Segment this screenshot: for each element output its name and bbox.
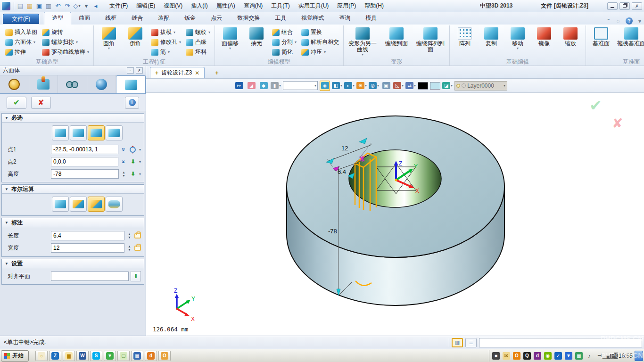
- feiq-icon[interactable]: d: [145, 351, 157, 361]
- view-orientation-icon[interactable]: ◧▾: [332, 81, 342, 91]
- box-type-corner-point[interactable]: [52, 125, 69, 140]
- notes-icon[interactable]: ▢: [117, 351, 130, 361]
- menu-属性(A)[interactable]: 属性(A): [212, 0, 239, 12]
- ribbon-item-divide[interactable]: 分割▾: [271, 37, 298, 47]
- exit-icon[interactable]: ↦: [234, 81, 244, 91]
- lock-icon[interactable]: [134, 246, 141, 251]
- volume-tray-icon[interactable]: ♪: [586, 352, 593, 360]
- new-tab-button[interactable]: +: [211, 70, 222, 78]
- height-dropdown-icon[interactable]: ▾: [139, 172, 141, 176]
- manipulator-tab[interactable]: [29, 75, 58, 93]
- outlook-tray-icon[interactable]: O: [513, 352, 520, 360]
- ribbon-item-move[interactable]: 移动▾: [505, 26, 530, 52]
- box-type-center-height[interactable]: [106, 125, 123, 140]
- tab-工具[interactable]: 工具: [267, 12, 294, 25]
- history-tab[interactable]: [0, 75, 29, 93]
- ribbon-item-extrude[interactable]: 拉伸: [4, 47, 39, 57]
- tab-钣金[interactable]: 钣金: [177, 12, 203, 25]
- menu-帮助(H)[interactable]: 帮助(H): [360, 0, 388, 12]
- zw3d-taskbar-icon[interactable]: Z: [49, 351, 61, 361]
- shape-tab[interactable]: [116, 75, 146, 93]
- ribbon-item-insert-sketch[interactable]: 插入草图: [4, 27, 39, 37]
- align-plane-icon[interactable]: ◈: [320, 81, 330, 91]
- shield-tray-icon[interactable]: ▼: [565, 352, 572, 360]
- folder-icon[interactable]: ▆: [63, 351, 75, 361]
- ribbon-item-stock[interactable]: 坯料: [184, 47, 212, 57]
- link-manager-icon[interactable]: ⇄▾: [405, 81, 416, 91]
- apply-value-icon[interactable]: ⬇: [129, 170, 137, 178]
- tab-线框[interactable]: 线框: [98, 12, 124, 25]
- calculator-icon[interactable]: ▦: [131, 351, 143, 361]
- ribbon-item-wrap-to-face[interactable]: 缠绕到面: [380, 26, 413, 48]
- tab-数据交换[interactable]: 数据交换: [230, 12, 267, 25]
- tab-视觉样式[interactable]: 视觉样式: [294, 12, 331, 25]
- layer-combo[interactable]: Layer0000▾: [454, 81, 507, 90]
- tab-装配[interactable]: 装配: [150, 12, 177, 25]
- ribbon-item-combine[interactable]: 组合: [271, 27, 298, 37]
- tab-造型[interactable]: 造型: [44, 12, 71, 25]
- show-desktop-button[interactable]: [635, 351, 643, 361]
- menu-工具(T)[interactable]: 工具(T): [267, 0, 294, 12]
- ribbon-item-resolve-self-intersection[interactable]: 解析自相交: [300, 37, 340, 47]
- ribbon-item-draft[interactable]: 拔模▾: [149, 27, 182, 37]
- new-doc-icon[interactable]: ▤: [16, 1, 25, 11]
- render-tab[interactable]: [87, 75, 116, 93]
- length-input[interactable]: [51, 231, 124, 240]
- tab-模具[interactable]: 模具: [358, 12, 384, 25]
- undo-icon[interactable]: ↶: [53, 1, 63, 11]
- apply-value-icon[interactable]: ⬇: [129, 157, 137, 166]
- recorder-tray-icon[interactable]: ■: [492, 352, 500, 360]
- expand-chevron-icon[interactable]: »: [120, 146, 127, 153]
- search-icon[interactable]: ◌: [617, 18, 620, 25]
- tab-查询[interactable]: 查询: [331, 12, 358, 25]
- ribbon-item-copy[interactable]: 复制: [479, 26, 504, 48]
- blank-part-icon[interactable]: ◆: [258, 81, 269, 91]
- ribbon-item-wrap-array-to-face[interactable]: 缠绕阵列到面: [414, 26, 446, 54]
- ok-button[interactable]: ✔: [7, 97, 26, 109]
- panel-close-icon[interactable]: ✗: [136, 67, 143, 74]
- download-icon[interactable]: ▼: [104, 351, 116, 361]
- thunder-tray-icon[interactable]: ✓: [554, 352, 562, 360]
- screenshot-tool-icon[interactable]: ☼: [35, 351, 48, 361]
- save-icon[interactable]: ▣: [34, 1, 44, 11]
- ribbon-item-face-offset[interactable]: 面偏移▾: [218, 26, 242, 52]
- close-button[interactable]: ✗: [632, 2, 642, 10]
- point1-input[interactable]: [51, 145, 118, 154]
- collapse-triangle-icon[interactable]: ▼: [5, 187, 8, 191]
- width-input[interactable]: [51, 243, 124, 253]
- menu-插入(I)[interactable]: 插入(I): [187, 0, 212, 12]
- document-tab[interactable]: + 齿轮设计.Z3 ✕: [150, 67, 205, 78]
- ghost-cancel-icon[interactable]: ✘: [612, 116, 623, 131]
- word-icon[interactable]: W: [76, 351, 89, 361]
- layer-visibility-icon[interactable]: [456, 84, 460, 88]
- 3d-viewport[interactable]: Z Y X 12: [146, 93, 644, 336]
- ribbon-item-mirror[interactable]: 镜像: [532, 26, 556, 48]
- mail-tray-icon[interactable]: ✉: [503, 352, 510, 360]
- ribbon-item-fillet[interactable]: 圆角▾: [97, 26, 121, 52]
- ribbon-item-simplify[interactable]: 简化: [271, 47, 298, 57]
- collapse-ribbon-icon[interactable]: ⌃: [606, 18, 611, 25]
- tab-close-icon[interactable]: ✕: [195, 70, 199, 76]
- skype-icon[interactable]: S: [90, 351, 102, 361]
- start-button[interactable]: 开始: [1, 350, 29, 362]
- ribbon-item-modify-hole[interactable]: 修改孔▾: [149, 37, 182, 47]
- filter-icon[interactable]: ▮▾: [271, 81, 281, 91]
- ribbon-item-scale[interactable]: 缩放: [558, 26, 583, 48]
- collapse-left-icon[interactable]: ◂: [91, 1, 100, 11]
- collapse-triangle-icon[interactable]: ▼: [5, 116, 8, 120]
- tab-点云[interactable]: 点云: [203, 12, 230, 25]
- menu-编辑(E)[interactable]: 编辑(E): [132, 0, 159, 12]
- menu-文件(F)[interactable]: 文件(F): [105, 0, 132, 12]
- edge-color-swatch[interactable]: [418, 82, 428, 90]
- open-icon[interactable]: ▦: [25, 1, 34, 11]
- ghost-confirm-icon[interactable]: ✔: [589, 97, 602, 114]
- ribbon-item-morph-to-curve[interactable]: 变形为另一曲线▾: [347, 26, 379, 58]
- visualize-tab[interactable]: [58, 75, 87, 93]
- menu-实用工具(U)[interactable]: 实用工具(U): [294, 0, 333, 12]
- menu-应用(P)[interactable]: 应用(P): [333, 0, 360, 12]
- box-type-corner-height[interactable]: [88, 125, 105, 140]
- boolean-op-add[interactable]: [70, 197, 87, 212]
- boolean-op-intersect[interactable]: [106, 197, 123, 212]
- feiq-tray-icon[interactable]: d: [534, 352, 541, 360]
- ribbon-item-chamfer[interactable]: 倒角: [123, 26, 148, 48]
